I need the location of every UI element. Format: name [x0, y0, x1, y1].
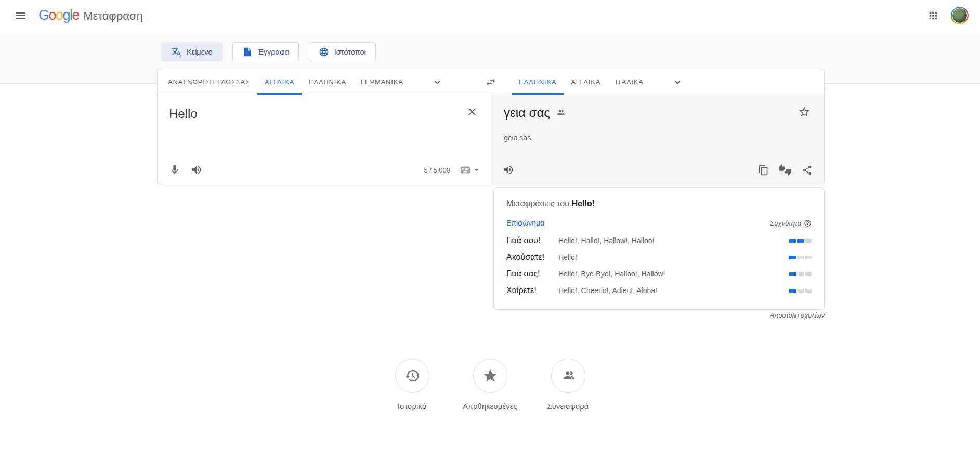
google-logo-letters: Google — [38, 7, 79, 23]
translation-row: Γειά σας! Hello!, Bye-Bye!, Halloo!, Hal… — [506, 266, 812, 282]
saved-circle-button[interactable] — [473, 359, 507, 393]
frequency-segment — [797, 239, 804, 243]
queried-word: Hello! — [571, 199, 594, 208]
translation-alternatives-list: Γειά σου! Hello!, Hallo!, Hallow!, Hallo… — [506, 232, 812, 299]
globe-icon — [319, 47, 329, 57]
google-logo[interactable]: Google Μετάφραση — [38, 7, 143, 23]
lang-tab-italian-target[interactable]: ΙΤΑΛΙΚΑ — [608, 69, 651, 95]
back-translations: Hello!, Hallo!, Hallow!, Halloo! — [552, 236, 789, 245]
star-outline-icon — [798, 105, 811, 118]
swap-languages-button[interactable] — [479, 72, 502, 92]
back-translations: Hello!, Cheerio!, Adieu!, Aloha! — [552, 286, 789, 295]
language-bar: ΑΝΑΓΝΩΡΙΣΗ ΓΛΩΣΣΑΣ ΑΓΓΛΙΚΑ ΕΛΛΗΝΙΚΑ ΓΕΡΜ… — [158, 69, 824, 95]
history-shortcut[interactable]: Ιστορικό — [373, 359, 451, 411]
shortcut-label: Αποθηκευμένες — [463, 402, 517, 411]
listen-translation-button[interactable] — [498, 160, 519, 180]
source-toolbar: 5 / 5.000 — [158, 158, 491, 181]
contribute-circle-button[interactable] — [551, 359, 585, 393]
clear-source-button[interactable] — [462, 101, 482, 122]
save-translation-button[interactable] — [794, 101, 815, 122]
speaker-icon — [191, 164, 202, 176]
frequency-segment — [805, 272, 812, 276]
source-text-panel: Hello — [158, 95, 491, 184]
rate-translation-button[interactable] — [774, 160, 796, 180]
microphone-icon — [169, 164, 180, 176]
keyboard-icon — [460, 164, 471, 176]
lang-tab-greek-target[interactable]: ΕΛΛΗΝΙΚΑ — [512, 69, 564, 95]
part-of-speech-link[interactable]: Επιφώνημα — [506, 219, 544, 227]
apps-grid-button[interactable] — [923, 5, 944, 26]
translation-row: Χαίρετε! Hello!, Cheerio!, Adieu!, Aloha… — [506, 282, 812, 299]
translations-detail-card: Μεταφράσεις του Hello! Επιφώνημα Συχνότη… — [493, 187, 825, 310]
avatar-photo — [952, 8, 968, 23]
contribute-shortcut[interactable]: Συνεισφορά — [529, 359, 607, 411]
frequency-segment — [789, 239, 796, 243]
translation-toolbar — [491, 158, 824, 181]
apps-grid-icon — [927, 10, 939, 21]
mode-tab-label: Κείμενο — [187, 48, 213, 56]
product-name: Μετάφραση — [83, 9, 143, 23]
star-icon — [482, 368, 498, 384]
community-verified-icon[interactable] — [555, 108, 566, 118]
frequency-segment — [805, 289, 812, 293]
dropdown-arrow-icon — [472, 165, 481, 175]
lang-tab-greek-source[interactable]: ΕΛΛΗΝΙΚΑ — [302, 69, 354, 95]
more-source-languages-button[interactable] — [426, 69, 448, 95]
share-icon — [802, 165, 813, 176]
copy-translation-button[interactable] — [752, 160, 774, 180]
lang-tab-english-target[interactable]: ΑΓΓΛΙΚΑ — [564, 69, 608, 95]
source-text-input[interactable]: Hello — [158, 95, 491, 122]
menu-button[interactable] — [10, 5, 31, 26]
saved-shortcut[interactable]: Αποθηκευμένες — [451, 359, 529, 411]
translation-text: γεια σας — [504, 105, 550, 120]
translation-panel: γεια σας geia sas — [491, 95, 824, 184]
mode-tab-documents[interactable]: Έγγραφα — [232, 42, 299, 61]
frequency-bar — [789, 289, 812, 293]
thumbs-up-down-icon — [779, 164, 791, 176]
target-language-tabs: ΕΛΛΗΝΙΚΑ ΑΓΓΛΙΚΑ ΙΤΑΛΙΚΑ — [491, 69, 824, 95]
lang-tab-detect[interactable]: ΑΝΑΓΝΩΡΙΣΗ ΓΛΩΣΣΑΣ — [161, 69, 257, 95]
lang-tab-english-source[interactable]: ΑΓΓΛΙΚΑ — [257, 69, 302, 95]
frequency-segment — [789, 289, 796, 293]
share-translation-button[interactable] — [796, 160, 818, 180]
translate-icon — [171, 47, 181, 57]
back-translations: Hello!, Bye-Bye!, Halloo!, Hallow! — [552, 270, 789, 278]
frequency-bar — [789, 239, 812, 243]
history-circle-button[interactable] — [395, 359, 429, 393]
frequency-segment — [797, 272, 804, 276]
listen-source-button[interactable] — [186, 160, 207, 180]
alternative-translation[interactable]: Γειά σου! — [506, 236, 552, 245]
alternative-translation[interactable]: Γειά σας! — [506, 269, 552, 279]
translation-row: Ακούσατε! Hello! — [506, 249, 812, 266]
mode-tab-text[interactable]: Κείμενο — [161, 42, 223, 61]
more-target-languages-button[interactable] — [667, 69, 688, 95]
back-translations: Hello! — [552, 253, 789, 261]
lang-tab-german-source[interactable]: ΓΕΡΜΑΝΙΚΑ — [354, 69, 411, 95]
transliteration: geia sas — [491, 120, 824, 142]
frequency-segment — [789, 256, 796, 259]
avatar[interactable] — [951, 7, 969, 24]
mode-tab-label: Ιστότοποι — [334, 48, 366, 56]
frequency-segment — [805, 239, 812, 243]
frequency-segment — [805, 256, 812, 259]
close-icon — [466, 105, 478, 118]
virtual-keyboard-button[interactable] — [456, 164, 485, 176]
hamburger-icon — [15, 9, 27, 22]
translations-title: Μεταφράσεις του Hello! — [506, 199, 812, 208]
translate-card: ΑΝΑΓΝΩΡΙΣΗ ΓΛΩΣΣΑΣ ΑΓΓΛΙΚΑ ΕΛΛΗΝΙΚΑ ΓΕΡΜ… — [157, 69, 825, 184]
google-translate-page: Google Μετάφραση Κείμενο — [0, 0, 980, 476]
chevron-down-icon — [432, 76, 443, 88]
mode-tab-websites[interactable]: Ιστότοποι — [309, 42, 376, 61]
voice-input-button[interactable] — [164, 160, 186, 180]
source-language-tabs: ΑΝΑΓΝΩΡΙΣΗ ΓΛΩΣΣΑΣ ΑΓΓΛΙΚΑ ΕΛΛΗΝΙΚΑ ΓΕΡΜ… — [158, 69, 491, 95]
help-icon[interactable] — [804, 219, 812, 227]
translation-row: Γειά σου! Hello!, Hallo!, Hallow!, Hallo… — [506, 232, 812, 249]
avatar-ring — [951, 7, 969, 24]
people-icon — [560, 368, 576, 384]
document-icon — [242, 47, 253, 57]
app-header: Google Μετάφραση — [0, 0, 980, 31]
character-count: 5 / 5.000 — [424, 166, 450, 174]
send-feedback-link[interactable]: Αποστολή σχολίων — [493, 312, 825, 319]
alternative-translation[interactable]: Ακούσατε! — [506, 253, 552, 262]
alternative-translation[interactable]: Χαίρετε! — [506, 286, 552, 295]
